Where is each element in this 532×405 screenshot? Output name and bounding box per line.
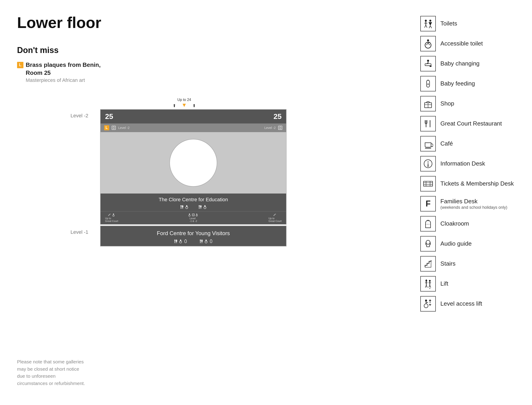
legend-item-tickets-membership-desk: Tickets & Membership Desk [420, 174, 514, 194]
svg-rect-120 [210, 240, 212, 243]
toilets-icon-clore2 [198, 205, 202, 209]
bottom-nav-strip: Up toGreat Court [101, 211, 286, 224]
baby-feeding-label: Baby feeding [440, 80, 475, 88]
svg-line-7 [430, 26, 432, 28]
svg-point-90 [196, 214, 197, 215]
footnote: Please note that some galleries may be c… [17, 358, 85, 387]
clore-icons-right [198, 205, 207, 209]
svg-point-79 [204, 205, 206, 207]
svg-point-113 [202, 240, 203, 241]
baby-changing-label: Baby changing [440, 60, 479, 68]
svg-line-98 [175, 242, 175, 243]
room25-middle-row: L Level -2 Level -2 [101, 123, 286, 132]
stairs-icon [420, 256, 436, 271]
svg-rect-13 [425, 64, 431, 66]
stairs-icon-left: ⬆ [173, 103, 176, 108]
svg-point-116 [206, 240, 207, 241]
svg-line-3 [425, 25, 426, 28]
svg-rect-31 [424, 181, 433, 186]
great-court-circle [169, 139, 217, 187]
level-minus1-label: Level -1 [71, 226, 100, 235]
great-court-area [101, 132, 286, 194]
highlight-subtitle: Masterpieces of African art [26, 77, 101, 83]
svg-line-6 [429, 26, 431, 28]
l-badge: L [17, 62, 23, 68]
svg-point-99 [176, 240, 177, 241]
ford-baby-icon2 [209, 239, 213, 243]
ford-icons-group1 [174, 239, 188, 243]
clore-centre-label: The Clore Centre for Education [101, 194, 286, 204]
highlight-room: Room 25 [26, 69, 101, 76]
svg-point-94 [175, 240, 175, 241]
legend-item-lift: Lift [420, 274, 514, 294]
level-access-lift-label: Level access lift [440, 300, 482, 308]
svg-point-71 [199, 205, 200, 207]
nav-icon-group-left [108, 213, 115, 216]
svg-point-47 [429, 280, 431, 282]
ford-baby-icon [183, 239, 188, 243]
accessible-icon-clore2 [203, 205, 207, 209]
clore-icons-row [101, 204, 286, 211]
dont-miss-heading: Don't miss [17, 46, 59, 55]
nav-great-court-right-text: Up toGreat Court [269, 217, 282, 223]
ford-accessible-icon2 [204, 239, 208, 243]
lift-icon-map-right [278, 126, 283, 130]
svg-point-64 [182, 205, 183, 207]
tickets-membership-desk-label: Tickets & Membership Desk [440, 180, 514, 188]
legend-item-cloakroom: Cloakroom [420, 214, 514, 234]
svg-line-66 [183, 208, 183, 209]
entrance-label-left: Up to 24 ▼ [177, 98, 191, 108]
ford-icons-row [101, 238, 286, 246]
svg-point-5 [429, 20, 431, 22]
svg-line-4 [426, 25, 427, 28]
svg-point-8 [427, 39, 429, 41]
svg-point-67 [186, 205, 187, 207]
highlight-item: L Brass plaques from Benin, Room 25 Mast… [17, 61, 101, 83]
legend: Toilets Accessible toilet Baby cha [420, 14, 514, 314]
tickets-membership-desk-icon [420, 176, 436, 191]
legend-item-shop: Shop [420, 94, 514, 114]
legend-item-great-court-restaurant: Great Court Restaurant [420, 114, 514, 134]
room25-left-number: 25 [105, 112, 113, 121]
svg-point-0 [425, 20, 427, 22]
toilets-label: Toilets [440, 20, 457, 27]
svg-point-53 [424, 304, 428, 308]
svg-point-52 [425, 299, 427, 302]
svg-point-102 [180, 240, 181, 241]
nav-great-court-left-text: Up toGreat Court [105, 217, 118, 223]
entrance-left: ⬆ Up to 24 ▼ ⬆ [173, 98, 196, 108]
shop-icon [420, 96, 436, 111]
cafe-icon [420, 136, 436, 151]
svg-point-108 [200, 240, 201, 241]
stairs-label: Stairs [440, 260, 455, 268]
room25-right-number: 25 [273, 112, 282, 121]
svg-point-38 [426, 240, 430, 244]
svg-point-14 [430, 66, 432, 67]
svg-line-49 [429, 285, 430, 288]
legend-item-families-desk: F Families Desk (weekends and school hol… [420, 194, 514, 214]
cloakroom-icon [420, 216, 436, 231]
accessible-lift-icon [195, 213, 199, 216]
nav-great-court-left: Up toGreat Court [105, 213, 118, 223]
svg-line-112 [200, 242, 201, 243]
legend-item-cafe: Café [420, 134, 514, 154]
svg-line-78 [201, 208, 201, 209]
families-desk-icon: F [420, 196, 436, 211]
nav-level-middle: Level-1 & -2 [188, 213, 199, 223]
ford-accessible-icon [179, 239, 183, 243]
legend-item-baby-changing: Baby changing [420, 54, 514, 74]
svg-line-50 [430, 285, 431, 288]
families-desk-sublabel: (weekends and school holidays only) [440, 205, 507, 210]
cloakroom-label: Cloakroom [440, 220, 469, 228]
level-minus2-text-right: Level -2 [264, 126, 276, 130]
legend-item-level-access-lift: Level access lift [420, 294, 514, 314]
stairs-nav-icon [108, 213, 111, 216]
families-f-letter: F [425, 199, 431, 209]
ford-toilets-icon [174, 239, 178, 243]
nav-right-icon [273, 213, 276, 216]
svg-line-45 [426, 285, 427, 288]
clore-centre-section: The Clore Centre for Education [101, 194, 286, 224]
baby-changing-icon [420, 56, 436, 71]
floor-map: ⬆ Up to 24 ▼ ⬆ Level -2 25 25 L [71, 98, 287, 247]
accessible-toilet-icon [420, 36, 436, 51]
